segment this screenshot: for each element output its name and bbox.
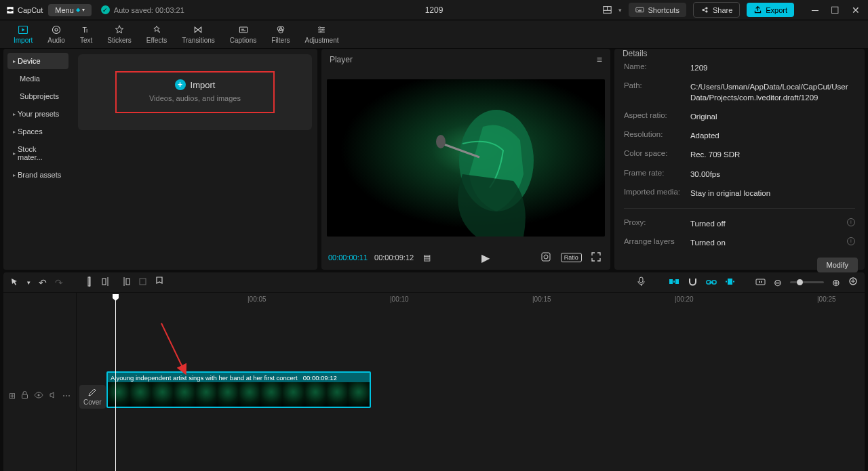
player-menu-icon[interactable]: ≡ bbox=[597, 54, 602, 65]
svg-rect-14 bbox=[239, 27, 247, 33]
playhead[interactable] bbox=[115, 294, 116, 471]
pointer-tool[interactable] bbox=[10, 277, 19, 288]
close-button[interactable]: ✕ bbox=[849, 5, 863, 16]
video-clip[interactable]: A young independent artist sings with he… bbox=[106, 371, 371, 408]
svg-point-29 bbox=[436, 135, 446, 148]
pointer-dropdown[interactable]: ▾ bbox=[27, 279, 31, 286]
split-left-tool[interactable] bbox=[102, 277, 112, 289]
tab-import[interactable]: Import bbox=[7, 22, 39, 46]
tab-adjustment[interactable]: Adjustment bbox=[298, 22, 345, 46]
zoom-slider[interactable] bbox=[790, 281, 824, 283]
tab-effects[interactable]: Effects bbox=[140, 22, 174, 46]
export-button[interactable]: Export bbox=[747, 3, 794, 17]
tab-audio[interactable]: Audio bbox=[41, 22, 72, 46]
fullscreen-icon[interactable] bbox=[589, 251, 604, 265]
sidebar-item-your-presets[interactable]: ▸Your presets bbox=[7, 106, 68, 122]
info-icon[interactable]: i bbox=[847, 218, 855, 226]
player-controls: 00:00:00:11 00:00:09:12 ▤ ▶ Ratio bbox=[321, 245, 610, 270]
import-dropzone[interactable]: + Import Videos, audios, and images bbox=[78, 54, 312, 130]
svg-rect-39 bbox=[639, 277, 643, 283]
details-title: Details bbox=[623, 49, 648, 58]
share-button[interactable]: Share bbox=[693, 2, 740, 18]
safe-zone-icon[interactable] bbox=[538, 250, 554, 266]
svg-point-10 bbox=[55, 28, 58, 31]
link-button[interactable] bbox=[706, 277, 717, 288]
ruler-tick: |00:25 bbox=[817, 295, 836, 303]
sidebar-item-stock-material[interactable]: ▸Stock mater... bbox=[7, 141, 68, 165]
svg-point-9 bbox=[53, 26, 60, 33]
ratio-button[interactable]: Ratio bbox=[561, 253, 582, 262]
layout-icon[interactable] bbox=[603, 5, 612, 14]
undo-button[interactable]: ↶ bbox=[39, 277, 47, 288]
sidebar-item-media[interactable]: Media bbox=[7, 70, 68, 87]
svg-rect-40 bbox=[669, 279, 673, 284]
svg-text:I: I bbox=[86, 28, 87, 34]
tab-filters[interactable]: Filters bbox=[264, 22, 296, 46]
video-preview[interactable] bbox=[327, 79, 605, 237]
player-panel: Player ≡ 00:00:00:11 00:00:09:12 ▤ bbox=[321, 49, 610, 270]
app-name: CapCut bbox=[18, 6, 43, 14]
autoscroll-button[interactable] bbox=[755, 277, 766, 288]
svg-rect-34 bbox=[102, 279, 106, 285]
capcut-logo-icon bbox=[5, 5, 15, 15]
tab-text[interactable]: TIText bbox=[73, 22, 99, 46]
split-right-tool[interactable] bbox=[120, 277, 130, 289]
detail-row: Proxy:Turned offi bbox=[624, 218, 855, 229]
preview-axis-button[interactable] bbox=[725, 277, 735, 288]
zoom-in-button[interactable]: ⊕ bbox=[832, 277, 840, 288]
menu-button[interactable]: Menu ◆ ▾ bbox=[48, 4, 92, 16]
play-button[interactable]: ▶ bbox=[479, 250, 492, 266]
redo-button[interactable]: ↷ bbox=[55, 277, 63, 288]
maximize-button[interactable]: ☐ bbox=[828, 5, 842, 16]
clip-duration: 00:00:09:12 bbox=[303, 374, 337, 382]
ruler-tick: |00:20 bbox=[675, 295, 694, 303]
track-mute-icon[interactable] bbox=[49, 391, 57, 401]
svg-line-55 bbox=[161, 323, 185, 373]
clip-thumbnails bbox=[108, 382, 370, 407]
timeline-track-area[interactable]: |00:05 |00:10 |00:15 |00:20 |00:25 A you… bbox=[77, 293, 865, 471]
magnet-main-button[interactable] bbox=[669, 277, 679, 288]
track-lock-icon[interactable] bbox=[21, 391, 28, 401]
sidebar-item-brand-assets[interactable]: ▸Brand assets bbox=[7, 167, 68, 183]
project-title: 1209 bbox=[425, 5, 443, 15]
svg-rect-49 bbox=[756, 279, 765, 285]
import-subtitle: Videos, audios, and images bbox=[149, 94, 241, 102]
magnet-button[interactable] bbox=[688, 277, 698, 288]
sidebar-item-device[interactable]: ▸Device bbox=[7, 53, 68, 69]
captions-icon bbox=[238, 24, 249, 35]
shortcuts-button[interactable]: Shortcuts bbox=[629, 3, 686, 17]
ruler-tick: |00:10 bbox=[390, 295, 409, 303]
timeline-ruler[interactable]: |00:05 |00:10 |00:15 |00:20 |00:25 bbox=[77, 293, 865, 308]
stickers-icon bbox=[114, 24, 125, 35]
mic-button[interactable] bbox=[637, 277, 646, 289]
list-view-icon[interactable]: ▤ bbox=[420, 251, 433, 264]
marker-tool[interactable] bbox=[155, 277, 163, 288]
modify-button[interactable]: Modify bbox=[817, 258, 858, 272]
track-settings-icon[interactable]: ⊞ bbox=[9, 391, 16, 401]
sidebar-item-spaces[interactable]: ▸Spaces bbox=[7, 123, 68, 140]
split-tool[interactable] bbox=[85, 277, 94, 289]
adjustment-icon bbox=[316, 24, 327, 35]
minimize-button[interactable]: ─ bbox=[809, 5, 821, 16]
tab-captions[interactable]: Captions bbox=[223, 22, 263, 46]
filters-icon bbox=[275, 24, 286, 35]
track-visible-icon[interactable] bbox=[34, 391, 43, 401]
track-more-icon[interactable]: ⋯ bbox=[62, 391, 71, 401]
delete-tool[interactable] bbox=[138, 277, 147, 288]
zoom-out-button[interactable]: ⊖ bbox=[774, 277, 782, 288]
svg-point-31 bbox=[544, 255, 548, 259]
detail-row: Aspect ratio:Original bbox=[624, 111, 855, 122]
tab-transitions[interactable]: Transitions bbox=[175, 22, 222, 46]
tab-stickers[interactable]: Stickers bbox=[100, 22, 138, 46]
detail-row: Arrange layersTurned oni bbox=[624, 237, 855, 248]
details-panel: Details Name:1209 Path:C:/Users/Usman/Ap… bbox=[614, 49, 865, 270]
detail-row: Path:C:/Users/Usman/AppData/Local/CapCut… bbox=[624, 81, 855, 103]
sidebar-item-subprojects[interactable]: Subprojects bbox=[7, 88, 68, 104]
top-tabs: Import Audio TIText Stickers Effects Tra… bbox=[0, 20, 868, 49]
detail-row: Resolution:Adapted bbox=[624, 130, 855, 141]
zoom-fit-button[interactable] bbox=[848, 277, 858, 288]
svg-rect-46 bbox=[728, 279, 732, 285]
player-title: Player bbox=[330, 55, 353, 64]
info-icon[interactable]: i bbox=[847, 237, 855, 245]
detail-row: Frame rate:30.00fps bbox=[624, 169, 855, 180]
